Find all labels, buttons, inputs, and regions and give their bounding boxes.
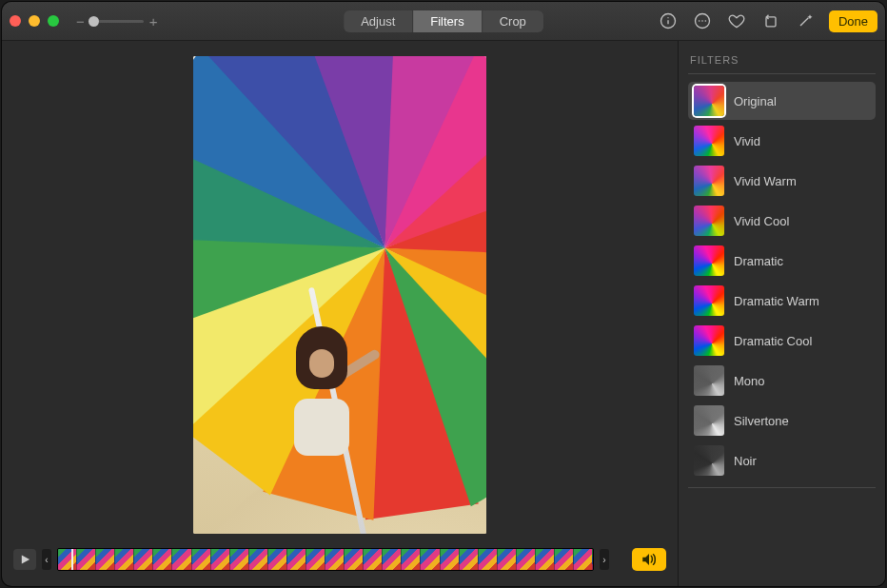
tab-adjust[interactable]: Adjust xyxy=(344,10,413,32)
filmstrip-frame xyxy=(249,549,268,570)
filmstrip-frame xyxy=(536,549,555,570)
filmstrip-frame xyxy=(402,549,421,570)
filter-thumbnail xyxy=(694,365,724,396)
filmstrip-frame xyxy=(364,549,383,570)
filmstrip-frame xyxy=(517,549,536,570)
zoom-track[interactable] xyxy=(90,20,144,23)
play-button[interactable] xyxy=(13,549,36,570)
filter-noir[interactable]: Noir xyxy=(688,441,876,480)
filter-label: Noir xyxy=(734,454,757,468)
filter-label: Silvertone xyxy=(734,414,789,428)
filters-panel-title: FILTERS xyxy=(690,54,874,66)
filter-thumbnail xyxy=(694,86,724,116)
app-window: − + AdjustFiltersCrop Done xyxy=(2,2,885,586)
editor-body: ‹ › FILTERS OriginalVividVivid WarmVivid… xyxy=(2,41,885,586)
filmstrip-frame xyxy=(153,549,172,570)
filter-thumbnail xyxy=(694,285,724,316)
video-timeline: ‹ › xyxy=(2,542,678,577)
info-icon[interactable] xyxy=(658,10,679,31)
filmstrip-frame xyxy=(268,549,287,570)
favorite-icon[interactable] xyxy=(726,10,747,31)
filter-dramatic-cool[interactable]: Dramatic Cool xyxy=(688,322,876,360)
filter-thumbnail xyxy=(694,126,724,156)
filter-original[interactable]: Original xyxy=(688,82,876,120)
zoom-knob[interactable] xyxy=(89,16,99,27)
more-icon[interactable] xyxy=(692,10,713,31)
edit-mode-tabs: AdjustFiltersCrop xyxy=(344,10,543,32)
done-button[interactable]: Done xyxy=(829,10,877,32)
playhead[interactable] xyxy=(71,548,73,571)
filmstrip-frame xyxy=(421,549,440,570)
filmstrip-frame xyxy=(498,549,517,570)
tab-filters[interactable]: Filters xyxy=(413,10,482,32)
zoom-out-icon: − xyxy=(76,14,85,29)
filter-label: Vivid Warm xyxy=(734,174,797,188)
filters-list: OriginalVividVivid WarmVivid CoolDramati… xyxy=(688,82,876,481)
filmstrip-frame xyxy=(287,549,306,570)
close-window-icon[interactable] xyxy=(10,15,21,27)
tab-crop[interactable]: Crop xyxy=(483,10,543,32)
fullscreen-window-icon[interactable] xyxy=(48,15,59,27)
filmstrip-frame xyxy=(306,549,325,570)
filter-vivid-cool[interactable]: Vivid Cool xyxy=(688,202,876,240)
filmstrip-frame xyxy=(211,549,230,570)
filmstrip-frame xyxy=(345,549,364,570)
filter-label: Dramatic Warm xyxy=(734,294,819,308)
canvas-column: ‹ › xyxy=(2,41,678,586)
toolbar: − + AdjustFiltersCrop Done xyxy=(2,2,885,41)
svg-point-4 xyxy=(699,20,700,22)
toolbar-right: Done xyxy=(658,10,877,32)
auto-enhance-icon[interactable] xyxy=(795,10,816,31)
filter-vivid[interactable]: Vivid xyxy=(688,122,876,160)
filter-label: Vivid Cool xyxy=(734,214,789,228)
filter-dramatic-warm[interactable]: Dramatic Warm xyxy=(688,282,876,320)
filmstrip-frame xyxy=(460,549,479,570)
audio-toggle-button[interactable] xyxy=(632,548,666,571)
filter-label: Dramatic xyxy=(734,254,783,268)
svg-point-5 xyxy=(701,20,703,22)
filters-panel: FILTERS OriginalVividVivid WarmVivid Coo… xyxy=(678,41,885,586)
person-graphic xyxy=(269,317,365,488)
divider xyxy=(688,73,876,74)
filter-vivid-warm[interactable]: Vivid Warm xyxy=(688,162,876,200)
filter-thumbnail xyxy=(694,325,724,356)
filmstrip-frame xyxy=(555,549,574,570)
filmstrip-frame xyxy=(383,549,402,570)
filmstrip-frame xyxy=(58,549,77,570)
filter-thumbnail xyxy=(694,206,724,236)
svg-point-2 xyxy=(667,17,668,18)
filmstrip-frame xyxy=(77,549,96,570)
filmstrip-frame xyxy=(325,549,345,570)
filmstrip-frame xyxy=(441,549,460,570)
filter-silvertone[interactable]: Silvertone xyxy=(688,402,876,440)
filmstrip-frame xyxy=(134,549,153,570)
filmstrip-frame xyxy=(96,549,115,570)
filmstrip-frame xyxy=(230,549,249,570)
rotate-icon[interactable] xyxy=(760,10,781,31)
zoom-slider[interactable]: − + xyxy=(76,14,158,29)
filmstrip-frame xyxy=(479,549,498,570)
trim-start-handle[interactable]: ‹ xyxy=(42,549,51,570)
zoom-in-icon: + xyxy=(149,14,158,29)
filter-thumbnail xyxy=(694,166,724,196)
filter-thumbnail xyxy=(694,445,724,476)
canvas-area xyxy=(193,41,486,542)
filmstrip-frame xyxy=(115,549,134,570)
divider xyxy=(688,487,876,488)
filmstrip-frame xyxy=(172,549,191,570)
filter-dramatic[interactable]: Dramatic xyxy=(688,242,876,280)
filter-label: Original xyxy=(734,94,777,108)
svg-point-6 xyxy=(704,20,706,22)
filter-thumbnail xyxy=(694,245,724,276)
filmstrip[interactable] xyxy=(57,548,594,571)
filmstrip-frame xyxy=(574,549,593,570)
window-controls xyxy=(10,15,59,27)
filter-mono[interactable]: Mono xyxy=(688,362,876,400)
photo-preview[interactable] xyxy=(193,56,486,534)
minimize-window-icon[interactable] xyxy=(29,15,40,27)
filter-thumbnail xyxy=(694,405,724,436)
filter-label: Vivid xyxy=(734,134,760,148)
trim-end-handle[interactable]: › xyxy=(600,549,609,570)
filmstrip-frame xyxy=(192,549,211,570)
filter-label: Dramatic Cool xyxy=(734,334,812,348)
